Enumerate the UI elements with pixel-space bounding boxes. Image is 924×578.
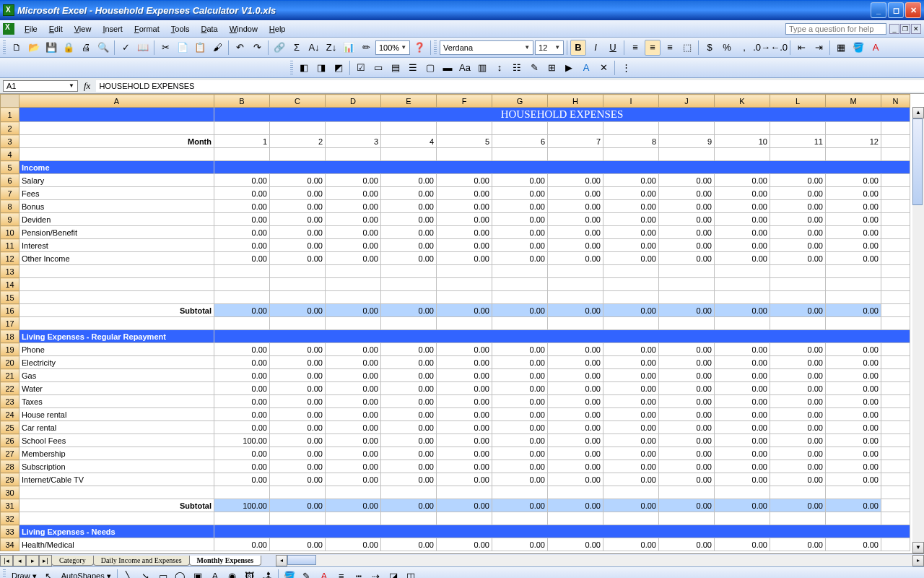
data-cell[interactable]: 0.00 (715, 343, 770, 356)
help-icon[interactable]: ❓ (411, 40, 427, 56)
row-header-13[interactable]: 13 (1, 265, 19, 278)
data-cell[interactable]: 0.00 (548, 252, 603, 265)
label-cell[interactable]: Health/Medical (19, 538, 214, 551)
data-cell[interactable]: 0.00 (326, 174, 381, 187)
data-cell[interactable]: 0.00 (437, 343, 492, 356)
row-header-20[interactable]: 20 (1, 356, 19, 369)
data-cell[interactable]: 0.00 (659, 538, 715, 551)
col-header-K[interactable]: K (715, 95, 770, 108)
data-cell[interactable]: 0.00 (603, 447, 659, 460)
data-cell[interactable]: 0.00 (492, 174, 548, 187)
data-cell[interactable]: 0.00 (770, 174, 826, 187)
spelling-icon[interactable]: ✓ (118, 40, 134, 56)
data-cell[interactable]: 0.00 (326, 356, 381, 369)
data-cell[interactable]: 0.00 (492, 447, 548, 460)
row-header-26[interactable]: 26 (1, 434, 19, 447)
data-cell[interactable]: 0.00 (826, 538, 881, 551)
subtotal-cell[interactable]: 0.00 (270, 304, 326, 317)
data-cell[interactable]: 0.00 (603, 382, 659, 395)
data-cell[interactable]: 0.00 (548, 382, 603, 395)
data-cell[interactable]: 0.00 (603, 343, 659, 356)
data-cell[interactable]: 0.00 (603, 473, 659, 486)
data-cell[interactable]: 0.00 (770, 187, 826, 200)
data-cell[interactable]: 0.00 (437, 447, 492, 460)
data-cell[interactable]: 0.00 (603, 421, 659, 434)
row-header-28[interactable]: 28 (1, 460, 19, 473)
minimize-button[interactable]: _ (871, 2, 886, 18)
data-cell[interactable]: 0.00 (715, 460, 770, 473)
zoom-dropdown[interactable]: 100%▼ (375, 40, 410, 55)
month-cell[interactable]: 5 (437, 135, 492, 148)
row-header-8[interactable]: 8 (1, 200, 19, 213)
row-header-29[interactable]: 29 (1, 473, 19, 486)
data-cell[interactable]: 0.00 (214, 538, 270, 551)
drawing-toggle-icon[interactable]: ✏ (358, 40, 374, 56)
label-cell[interactable]: Internet/Cable TV (19, 473, 214, 486)
col-header-I[interactable]: I (603, 95, 659, 108)
spinner-icon[interactable]: ↕ (492, 60, 507, 76)
label-cell[interactable]: Salary (19, 174, 214, 187)
data-cell[interactable]: 0.00 (492, 421, 548, 434)
data-cell[interactable]: 0.00 (659, 200, 715, 213)
data-cell[interactable]: 0.00 (603, 369, 659, 382)
row-header-9[interactable]: 9 (1, 213, 19, 226)
data-cell[interactable]: 0.00 (326, 239, 381, 252)
data-cell[interactable]: 0.00 (381, 239, 437, 252)
label-cell[interactable]: Gas (19, 369, 214, 382)
data-cell[interactable]: 0.00 (270, 473, 326, 486)
subtotal-cell[interactable]: 0.00 (214, 304, 270, 317)
research-icon[interactable]: 📖 (135, 40, 151, 56)
data-cell[interactable]: 0.00 (437, 382, 492, 395)
subtotal-cell[interactable]: 0.00 (603, 304, 659, 317)
data-cell[interactable]: 0.00 (326, 382, 381, 395)
data-cell[interactable]: 0.00 (548, 460, 603, 473)
align-center-icon[interactable]: ≡ (645, 40, 661, 56)
tool-close-icon[interactable]: ✕ (596, 60, 611, 76)
data-cell[interactable]: 0.00 (826, 213, 881, 226)
data-cell[interactable]: 0.00 (381, 343, 437, 356)
subtotal-cell[interactable]: 0.00 (381, 304, 437, 317)
data-cell[interactable]: 0.00 (492, 187, 548, 200)
data-cell[interactable]: 0.00 (326, 473, 381, 486)
label-cell[interactable]: Subscription (19, 460, 214, 473)
col-header-H[interactable]: H (548, 95, 603, 108)
arrow-icon[interactable]: ↘ (138, 569, 154, 579)
data-cell[interactable]: 0.00 (548, 473, 603, 486)
tool-extra-icon[interactable]: ⋮ (618, 60, 634, 76)
data-cell[interactable]: 0.00 (548, 538, 603, 551)
format-painter-icon[interactable]: 🖌 (209, 40, 225, 56)
toolbar-handle[interactable] (3, 40, 6, 55)
data-cell[interactable]: 0.00 (437, 213, 492, 226)
autosum-icon[interactable]: Σ (289, 40, 305, 56)
month-cell[interactable]: 2 (270, 135, 326, 148)
row-header-34[interactable]: 34 (1, 538, 19, 551)
data-cell[interactable]: 0.00 (437, 252, 492, 265)
data-cell[interactable]: 0.00 (770, 239, 826, 252)
data-cell[interactable]: 0.00 (270, 356, 326, 369)
label-cell[interactable]: Electricity (19, 356, 214, 369)
row-header-6[interactable]: 6 (1, 174, 19, 187)
font-color-icon[interactable]: A (868, 40, 884, 56)
data-cell[interactable]: 0.00 (770, 369, 826, 382)
row-header-31[interactable]: 31 (1, 499, 19, 512)
data-cell[interactable]: 0.00 (770, 421, 826, 434)
data-cell[interactable]: 0.00 (826, 434, 881, 447)
col-header-C[interactable]: C (270, 95, 326, 108)
data-cell[interactable]: 0.00 (659, 343, 715, 356)
data-cell[interactable]: 0.00 (603, 408, 659, 421)
data-cell[interactable]: 0.00 (214, 473, 270, 486)
row-header-32[interactable]: 32 (1, 512, 19, 525)
data-cell[interactable]: 0.00 (826, 395, 881, 408)
data-cell[interactable]: 0.00 (492, 473, 548, 486)
row-header-19[interactable]: 19 (1, 343, 19, 356)
fx-icon[interactable]: fx (84, 80, 90, 92)
label-cell[interactable]: Living Expenses - Needs (19, 525, 214, 538)
data-cell[interactable]: 0.00 (381, 434, 437, 447)
data-cell[interactable]: 0.00 (548, 187, 603, 200)
data-cell[interactable]: 0.00 (381, 213, 437, 226)
data-cell[interactable]: 0.00 (770, 226, 826, 239)
data-cell[interactable]: 0.00 (715, 356, 770, 369)
data-cell[interactable]: 0.00 (437, 174, 492, 187)
data-cell[interactable]: 0.00 (492, 434, 548, 447)
data-cell[interactable]: 0.00 (715, 473, 770, 486)
